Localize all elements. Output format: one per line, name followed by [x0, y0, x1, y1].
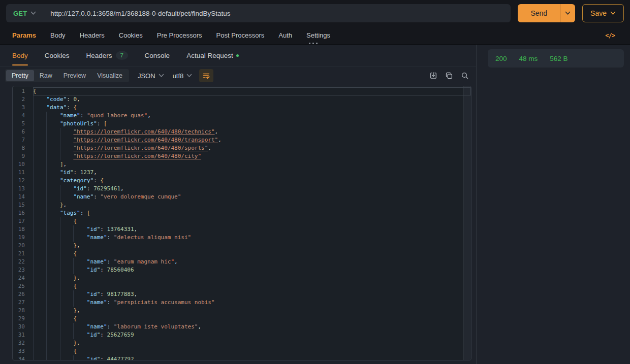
url-bar: GET — [6, 4, 511, 22]
response-body-pane: Body Cookies Headers 7 Console Actual Re… — [0, 45, 477, 364]
response-tabs: Body Cookies Headers 7 Console Actual Re… — [0, 45, 476, 67]
chevron-down-icon — [159, 74, 164, 78]
code-line: 1{ — [13, 87, 471, 95]
url-input[interactable] — [49, 9, 503, 18]
code-line: 26"id": 98177883, — [13, 290, 471, 299]
response-tab-headers[interactable]: Headers 7 — [86, 45, 128, 66]
tab-settings[interactable]: Settings — [306, 31, 330, 39]
line-number: 8 — [13, 144, 25, 152]
code-line: 25{ — [13, 282, 471, 290]
code-line: 20}, — [13, 242, 471, 250]
line-number: 9 — [13, 152, 25, 160]
request-tabs: Params Body Headers Cookies Pre Processo… — [0, 26, 630, 45]
send-options-button[interactable] — [560, 4, 575, 22]
tab-auth[interactable]: Auth — [278, 31, 292, 39]
request-bar: GET Send Save — [0, 0, 630, 26]
code-line: 16"tags": [ — [13, 209, 471, 217]
code-line: 5"photoUrls": [ — [13, 120, 471, 128]
response-tab-body[interactable]: Body — [12, 45, 28, 66]
code-line: 17{ — [13, 217, 471, 225]
response-tool-icons — [429, 72, 469, 80]
code-line: 15}, — [13, 201, 471, 209]
response-toolbar: Pretty Raw Preview Visualize JSON utf8 — [0, 67, 476, 85]
generate-code-icon[interactable]: </> — [602, 31, 618, 40]
save-label: Save — [590, 9, 607, 17]
code-line: 34"id": 44477792, — [13, 355, 471, 360]
download-response-icon[interactable] — [429, 72, 437, 80]
tab-cookies[interactable]: Cookies — [119, 31, 143, 39]
tab-pre-processors[interactable]: Pre Processors — [157, 31, 202, 39]
code-line: 24}, — [13, 274, 471, 282]
send-button-group: Send — [518, 4, 575, 22]
code-line: 2"code": 0, — [13, 95, 471, 104]
code-line: 22"name": "earum magnam hic", — [13, 258, 471, 266]
code-line: 4"name": "quod labore quas", — [13, 112, 471, 120]
code-line: 7"https://loremflickr.com/640/480/transp… — [13, 136, 471, 144]
code-line: 29{ — [13, 315, 471, 323]
word-wrap-icon — [202, 72, 210, 80]
line-number: 14 — [13, 193, 25, 201]
response-tab-cookies[interactable]: Cookies — [45, 45, 70, 66]
save-button[interactable]: Save — [582, 4, 624, 22]
line-number: 10 — [13, 160, 25, 169]
response-tab-console[interactable]: Console — [145, 45, 170, 66]
tab-params[interactable]: Params — [12, 31, 36, 39]
method-label: GET — [13, 10, 27, 17]
code-line: 18"id": 13764331, — [13, 225, 471, 234]
response-time: 48 ms — [519, 55, 538, 62]
status-code: 200 — [495, 55, 507, 62]
line-number: 25 — [13, 282, 25, 290]
view-mode-raw[interactable]: Raw — [34, 70, 58, 81]
response-tab-cookies-label: Cookies — [45, 52, 70, 59]
code-line: 23"id": 78560406 — [13, 266, 471, 274]
line-number: 32 — [13, 339, 25, 347]
line-number: 20 — [13, 242, 25, 250]
line-number: 22 — [13, 258, 25, 266]
tab-body[interactable]: Body — [50, 31, 66, 39]
response-tab-console-label: Console — [145, 52, 170, 59]
chevron-down-icon — [565, 11, 571, 15]
response-tab-actual-request-label: Actual Request — [186, 52, 233, 59]
line-number: 27 — [13, 299, 25, 307]
line-number: 4 — [13, 112, 25, 120]
response-body-editor[interactable]: 1{2"code": 0,3"data": {4"name": "quod la… — [12, 86, 471, 360]
line-number: 17 — [13, 217, 25, 225]
method-select[interactable]: GET — [13, 10, 36, 17]
line-number: 18 — [13, 225, 25, 234]
language-select-value: JSON — [138, 72, 155, 80]
splitter-handle-icon[interactable] — [309, 43, 318, 44]
view-mode-preview[interactable]: Preview — [58, 70, 91, 81]
line-number: 11 — [13, 169, 25, 177]
response-tab-headers-label: Headers — [86, 52, 112, 59]
chevron-down-icon — [186, 74, 192, 78]
line-number: 15 — [13, 201, 25, 209]
tab-headers[interactable]: Headers — [80, 31, 105, 39]
headers-count-badge: 7 — [116, 51, 128, 60]
code-line: 14"name": "vero doloremque cumque" — [13, 193, 471, 201]
line-number: 6 — [13, 128, 25, 136]
code-line: 10], — [13, 160, 471, 169]
copy-response-icon[interactable] — [445, 72, 453, 80]
response-status-chip: 200 48 ms 562 B — [488, 49, 624, 68]
search-response-icon[interactable] — [461, 72, 469, 80]
code-line: 11"id": 1237, — [13, 169, 471, 177]
send-button[interactable]: Send — [518, 4, 560, 22]
tab-post-processors[interactable]: Post Processors — [216, 31, 265, 39]
line-number: 33 — [13, 347, 25, 355]
chevron-down-icon — [30, 11, 36, 15]
line-number: 34 — [13, 355, 25, 360]
response-meta-pane: 200 48 ms 562 B — [477, 45, 630, 364]
code-line: 31"id": 25627659 — [13, 331, 471, 339]
encoding-select[interactable]: utf8 — [173, 72, 193, 80]
code-line: 12"category": { — [13, 177, 471, 185]
view-mode-pretty[interactable]: Pretty — [6, 70, 34, 81]
language-select[interactable]: JSON — [138, 72, 164, 80]
view-mode-visualize[interactable]: Visualize — [91, 70, 128, 81]
code-line: 3"data": { — [13, 104, 471, 112]
view-mode-switcher: Pretty Raw Preview Visualize — [5, 69, 129, 82]
code-line: 33{ — [13, 347, 471, 355]
response-tab-actual-request[interactable]: Actual Request — [186, 45, 239, 66]
code-line: 6"https://loremflickr.com/640/480/techni… — [13, 128, 471, 136]
unread-dot — [236, 54, 239, 57]
word-wrap-button[interactable] — [199, 69, 213, 82]
